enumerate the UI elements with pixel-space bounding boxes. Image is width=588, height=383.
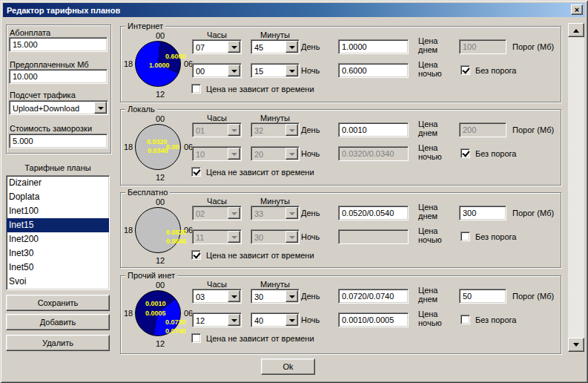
traffic-count-combo[interactable]: Upload+Download xyxy=(9,100,108,115)
price-day-label: Ценаднем xyxy=(418,36,437,54)
list-item[interactable]: Svoi xyxy=(7,275,109,289)
time-independent-checkbox[interactable] xyxy=(191,167,201,177)
day-price-input[interactable]: 0.0720/0.0740 xyxy=(338,289,409,304)
scrollbar-track[interactable] xyxy=(568,37,584,338)
night-hours-combo[interactable]: 10 xyxy=(192,146,242,161)
clock-00: 00 xyxy=(123,197,197,206)
chevron-down-icon[interactable] xyxy=(285,290,298,302)
no-threshold-label: Без порога xyxy=(475,232,516,241)
chevron-down-icon[interactable] xyxy=(228,148,240,160)
night-hours-value: 12 xyxy=(196,315,205,327)
day-price-input[interactable]: 0.0520/0.0540 xyxy=(338,206,409,220)
price-night-label: Ценаночью xyxy=(418,310,442,327)
prepaid-mb-input[interactable]: 10.000 xyxy=(9,69,108,84)
chevron-down-icon[interactable] xyxy=(285,231,298,243)
chevron-down-icon[interactable] xyxy=(228,290,240,302)
day-minutes-combo[interactable]: 33 xyxy=(251,206,300,220)
time-independent-checkbox[interactable] xyxy=(191,250,201,260)
day-minutes-value: 45 xyxy=(254,42,263,53)
night-hours-combo[interactable]: 11 xyxy=(192,229,242,244)
list-item[interactable]: Inet50 xyxy=(7,261,109,275)
abonplata-input[interactable]: 15.000 xyxy=(9,37,108,52)
day-hours-value: 07 xyxy=(196,42,205,53)
threshold-input[interactable]: 100 xyxy=(459,39,506,54)
day-hours-combo[interactable]: 07 xyxy=(192,39,242,54)
save-button[interactable]: Сохранить xyxy=(6,295,110,311)
no-threshold-checkbox[interactable] xyxy=(460,315,470,324)
chevron-down-icon[interactable] xyxy=(228,314,240,326)
chevron-down-icon[interactable] xyxy=(228,124,240,136)
scrollbar-down-button[interactable] xyxy=(568,338,584,352)
chevron-down-icon[interactable] xyxy=(285,65,298,76)
time-independent-label: Цена не зависит от времени xyxy=(206,334,314,343)
no-threshold-checkbox[interactable] xyxy=(460,232,470,241)
list-item[interactable]: Inet100 xyxy=(7,204,109,218)
chevron-down-icon[interactable] xyxy=(285,148,298,160)
close-button[interactable]: × xyxy=(571,4,583,15)
night-minutes-value: 40 xyxy=(254,315,263,327)
list-item[interactable]: Inet200 xyxy=(7,232,109,246)
group-title: Интернет xyxy=(125,22,165,30)
night-minutes-combo[interactable]: 20 xyxy=(251,146,300,161)
threshold-input[interactable]: 300 xyxy=(459,206,506,220)
day-hours-value: 03 xyxy=(196,291,205,303)
night-minutes-value: 20 xyxy=(254,148,263,160)
night-hours-combo[interactable]: 00 xyxy=(192,63,242,78)
night-price-input[interactable]: 0.0320/0.0340 xyxy=(338,146,409,161)
clock-12: 12 xyxy=(123,173,197,182)
chevron-down-icon[interactable] xyxy=(228,65,240,76)
night-minutes-combo[interactable]: 15 xyxy=(251,63,300,78)
hours-label: Часы xyxy=(192,197,242,206)
title-bar[interactable]: Редактор тарифных планов × xyxy=(3,3,585,17)
day-minutes-combo[interactable]: 30 xyxy=(251,289,300,304)
list-item[interactable]: Inet30 xyxy=(7,246,109,261)
hours-label: Часы xyxy=(192,114,242,122)
time-independent-label: Цена не зависит от времени xyxy=(206,168,314,177)
night-minutes-combo[interactable]: 40 xyxy=(251,312,300,327)
freeze-cost-input[interactable]: 5.000 xyxy=(9,134,108,148)
chevron-down-icon[interactable] xyxy=(228,207,240,219)
scrollbar-up-button[interactable] xyxy=(568,23,584,37)
night-price-input[interactable]: 0.0010/0.0005 xyxy=(338,312,409,327)
threshold-input[interactable]: 50 xyxy=(459,289,506,304)
list-item[interactable]: Dizainer xyxy=(7,176,109,190)
day-price-input[interactable]: 0.0010 xyxy=(338,122,409,137)
chevron-down-icon[interactable] xyxy=(285,207,298,219)
list-item[interactable]: Doplata xyxy=(7,190,109,204)
chevron-down-icon[interactable] xyxy=(228,41,240,53)
chevron-down-icon[interactable] xyxy=(285,41,298,53)
hours-label: Часы xyxy=(192,280,242,289)
night-price-input[interactable] xyxy=(338,229,409,244)
chevron-down-icon[interactable] xyxy=(94,102,107,114)
day-price-input[interactable]: 1.0000 xyxy=(338,39,409,54)
no-threshold-checkbox[interactable] xyxy=(460,65,470,75)
clock-18: 18 xyxy=(124,226,133,235)
day-minutes-combo[interactable]: 32 xyxy=(251,122,300,137)
day-hours-combo[interactable]: 01 xyxy=(192,122,242,137)
chevron-down-icon[interactable] xyxy=(285,314,298,326)
list-item-selected[interactable]: Inet15 xyxy=(7,218,109,232)
plans-list-label: Тарифные планы xyxy=(6,163,110,172)
delete-button[interactable]: Удалить xyxy=(6,335,110,351)
no-threshold-checkbox[interactable] xyxy=(460,148,470,158)
add-button[interactable]: Добавить xyxy=(6,314,110,330)
price-day-label: Ценаднем xyxy=(418,286,437,304)
time-independent-checkbox[interactable] xyxy=(191,84,201,94)
group-internet: Интернет 00 18 06 12 0.6000 1.0000 Часы … xyxy=(120,26,561,102)
ok-button[interactable]: Ok xyxy=(261,359,315,375)
time-independent-checkbox[interactable] xyxy=(191,333,201,343)
day-hours-combo[interactable]: 03 xyxy=(192,289,242,304)
chevron-down-icon[interactable] xyxy=(285,124,298,136)
night-minutes-combo[interactable]: 30 xyxy=(251,229,300,244)
tariff-plans-list[interactable]: Dizainer Doplata Inet100 Inet15 Inet200 … xyxy=(6,175,110,290)
day-hours-combo[interactable]: 02 xyxy=(192,206,242,220)
day-minutes-combo[interactable]: 45 xyxy=(251,39,300,54)
night-hours-combo[interactable]: 12 xyxy=(192,312,242,327)
day-hours-value: 01 xyxy=(196,125,205,137)
clock-00: 00 xyxy=(123,281,197,289)
group-free: Бесплатно 00 18 06 12 0.0520 0.0540 Часы… xyxy=(120,192,561,268)
threshold-input[interactable]: 200 xyxy=(459,122,506,137)
pie-value-label: 0.0010 xyxy=(145,300,166,307)
chevron-down-icon[interactable] xyxy=(228,231,240,243)
night-price-input[interactable]: 0.6000 xyxy=(338,63,409,78)
